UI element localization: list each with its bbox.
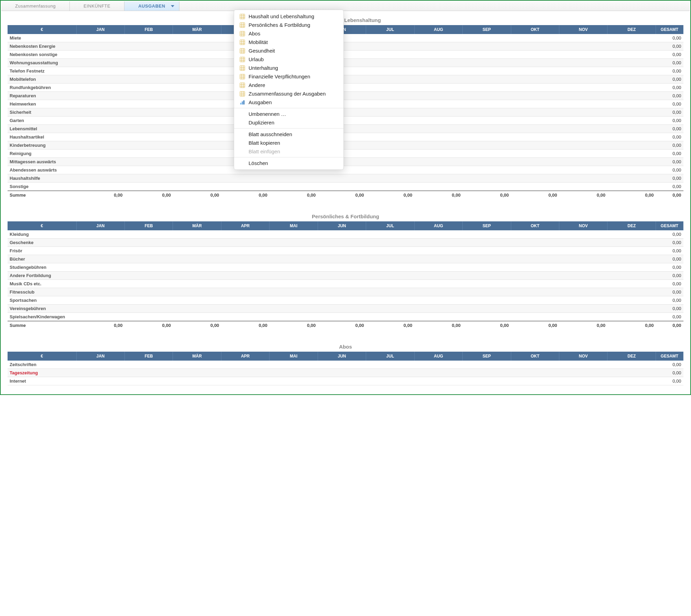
cell[interactable] (270, 263, 318, 272)
tab-eink-nfte[interactable]: EINKÜNFTE (70, 1, 124, 11)
cell[interactable] (173, 59, 221, 67)
cell[interactable] (270, 230, 318, 239)
cell[interactable] (607, 377, 656, 385)
cell[interactable] (270, 174, 318, 183)
cell[interactable] (559, 280, 607, 288)
cell[interactable] (318, 377, 366, 385)
cell[interactable] (559, 313, 607, 321)
menu-sheet-item[interactable]: Abos (234, 29, 343, 38)
cell[interactable] (124, 166, 173, 174)
cell[interactable] (414, 255, 462, 263)
cell[interactable] (366, 34, 414, 42)
cell[interactable] (511, 183, 559, 191)
cell[interactable] (124, 100, 173, 108)
cell[interactable] (463, 239, 511, 247)
cell[interactable] (366, 305, 414, 313)
cell[interactable] (366, 272, 414, 280)
cell[interactable] (511, 263, 559, 272)
cell[interactable] (511, 42, 559, 51)
cell[interactable] (173, 239, 221, 247)
cell[interactable] (124, 263, 173, 272)
cell[interactable] (559, 75, 607, 84)
cell[interactable] (607, 247, 656, 255)
cell[interactable] (318, 296, 366, 305)
cell[interactable] (221, 296, 269, 305)
cell[interactable] (173, 100, 221, 108)
cell[interactable] (463, 141, 511, 150)
cell[interactable] (511, 305, 559, 313)
cell[interactable] (463, 92, 511, 100)
cell[interactable] (270, 361, 318, 369)
cell[interactable] (124, 361, 173, 369)
cell[interactable] (463, 361, 511, 369)
cell[interactable] (414, 239, 462, 247)
cell[interactable] (221, 247, 269, 255)
cell[interactable] (76, 34, 124, 42)
cell[interactable] (463, 255, 511, 263)
cell[interactable] (173, 174, 221, 183)
cell[interactable] (463, 59, 511, 67)
cell[interactable] (607, 230, 656, 239)
cell[interactable] (366, 141, 414, 150)
cell[interactable] (414, 369, 462, 377)
cell[interactable] (76, 247, 124, 255)
menu-sheet-item[interactable]: Zusammenfassung der Ausgaben (234, 89, 343, 98)
cell[interactable] (76, 377, 124, 385)
cell[interactable] (463, 108, 511, 117)
cell[interactable] (366, 84, 414, 92)
cell[interactable] (221, 230, 269, 239)
menu-sheet-item[interactable]: Urlaub (234, 55, 343, 64)
cell[interactable] (318, 239, 366, 247)
menu-action-item[interactable]: Blatt ausschneiden (234, 130, 343, 139)
cell[interactable] (76, 296, 124, 305)
cell[interactable] (511, 100, 559, 108)
cell[interactable] (607, 125, 656, 133)
cell[interactable] (511, 51, 559, 59)
cell[interactable] (414, 150, 462, 158)
cell[interactable] (511, 377, 559, 385)
cell[interactable] (270, 369, 318, 377)
cell[interactable] (221, 369, 269, 377)
cell[interactable] (607, 158, 656, 166)
cell[interactable] (124, 67, 173, 75)
cell[interactable] (173, 377, 221, 385)
cell[interactable] (124, 42, 173, 51)
cell[interactable] (221, 174, 269, 183)
cell[interactable] (76, 263, 124, 272)
cell[interactable] (124, 141, 173, 150)
cell[interactable] (559, 67, 607, 75)
cell[interactable] (607, 108, 656, 117)
cell[interactable] (607, 59, 656, 67)
cell[interactable] (463, 133, 511, 141)
cell[interactable] (559, 305, 607, 313)
cell[interactable] (270, 255, 318, 263)
cell[interactable] (559, 158, 607, 166)
cell[interactable] (414, 75, 462, 84)
cell[interactable] (414, 51, 462, 59)
cell[interactable] (173, 125, 221, 133)
cell[interactable] (607, 141, 656, 150)
cell[interactable] (463, 100, 511, 108)
cell[interactable] (366, 100, 414, 108)
cell[interactable] (463, 272, 511, 280)
cell[interactable] (270, 247, 318, 255)
cell[interactable] (173, 141, 221, 150)
cell[interactable] (463, 313, 511, 321)
cell[interactable] (511, 150, 559, 158)
cell[interactable] (559, 166, 607, 174)
cell[interactable] (270, 183, 318, 191)
cell[interactable] (414, 361, 462, 369)
cell[interactable] (414, 230, 462, 239)
cell[interactable] (124, 108, 173, 117)
cell[interactable] (124, 230, 173, 239)
cell[interactable] (607, 67, 656, 75)
cell[interactable] (76, 230, 124, 239)
cell[interactable] (76, 67, 124, 75)
cell[interactable] (318, 174, 366, 183)
cell[interactable] (318, 305, 366, 313)
cell[interactable] (124, 59, 173, 67)
cell[interactable] (414, 141, 462, 150)
cell[interactable] (124, 305, 173, 313)
cell[interactable] (221, 288, 269, 296)
cell[interactable] (559, 183, 607, 191)
